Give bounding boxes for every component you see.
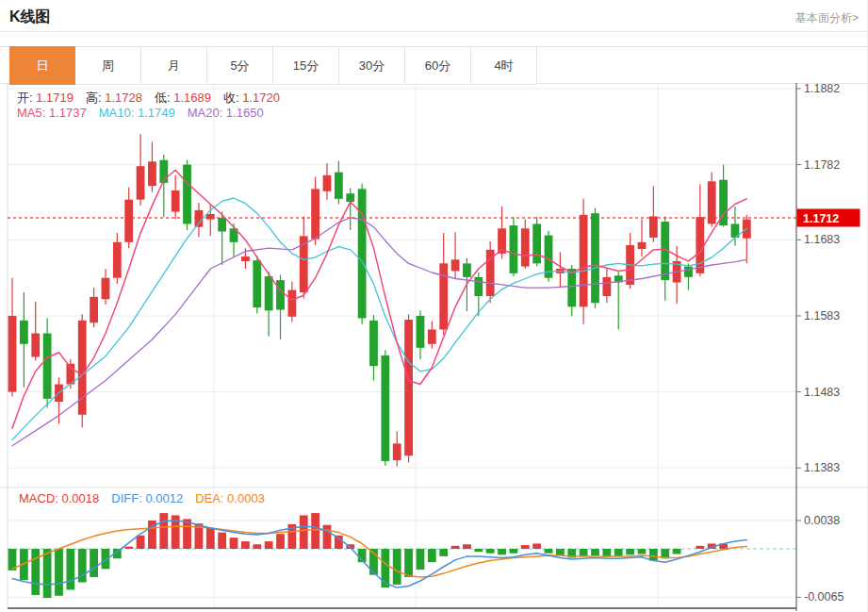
macd-bar (206, 528, 215, 549)
macd-bar (241, 541, 250, 549)
macd-bar (311, 513, 319, 549)
macd-bar (417, 549, 425, 570)
macd-bar (253, 544, 261, 549)
candle-body (358, 189, 367, 318)
legend-item: DIFF: 0.0012 (111, 491, 183, 505)
tab-interval-3[interactable]: 5分 (207, 46, 273, 85)
candle-body (20, 321, 28, 344)
macd-bar (510, 549, 518, 554)
macd-bar (66, 549, 74, 589)
legend-item: 高: 1.1728 (86, 91, 142, 105)
macd-bar (626, 549, 634, 554)
candle-body (346, 193, 354, 202)
candle-body (684, 267, 693, 277)
candle-body (113, 242, 122, 278)
divider (0, 31, 868, 32)
kline-chart-canvas[interactable]: 1.18821.17821.16831.15831.14831.13830.00… (0, 83, 868, 611)
candle-body (183, 165, 191, 224)
candle-body (696, 217, 704, 273)
macd-bar (451, 546, 460, 549)
candle-body (463, 263, 471, 277)
tick-label: 0.0038 (804, 514, 840, 527)
macd-bar (137, 536, 145, 549)
candle-body (451, 259, 460, 271)
candle-body (124, 200, 133, 242)
macd-bar (218, 533, 226, 549)
macd-bar (335, 536, 343, 549)
tick-label: 1.1683 (804, 233, 840, 246)
tab-interval-7[interactable]: 4时 (471, 46, 537, 85)
macd-bar (486, 549, 495, 554)
macd-bar (556, 549, 565, 555)
candle-body (265, 276, 273, 310)
candle-body (195, 210, 204, 227)
tab-interval-4[interactable]: 15分 (273, 46, 339, 85)
candle-body (591, 213, 599, 303)
macd-bar (323, 525, 332, 549)
macd-bar (265, 541, 273, 549)
interval-tabbar: 日周月5分15分30分60分4时 (0, 46, 868, 84)
legend-item: DEA: 0.0003 (195, 491, 265, 505)
candle-body (393, 443, 401, 460)
macd-bar (43, 549, 52, 598)
candle-body (335, 173, 343, 199)
current-price-label: 1.1712 (803, 212, 839, 225)
macd-bar (521, 545, 530, 549)
tick-label: 1.1882 (804, 83, 840, 95)
page-title: K线图 (9, 8, 51, 27)
candle-body (474, 277, 483, 296)
candle-body (287, 290, 296, 317)
candle-body (649, 216, 658, 238)
ohlc-legend: 开: 1.1719高: 1.1728低: 1.1689收: 1.1720 (17, 90, 292, 107)
legend-item: MACD: 0.0018 (19, 491, 99, 505)
candle-body (602, 277, 611, 296)
fundamental-analysis-link[interactable]: 基本面分析> (795, 10, 859, 26)
macd-bar (498, 549, 506, 554)
candle-body (8, 316, 17, 392)
macd-bar (124, 547, 133, 549)
macd-bar (591, 549, 599, 555)
macd-bar (393, 549, 401, 585)
candle-body (311, 189, 319, 239)
candle-body (404, 320, 413, 455)
legend-item: MA10: 1.1749 (99, 106, 175, 120)
candle-body (276, 280, 285, 309)
tab-interval-6[interactable]: 60分 (405, 46, 471, 85)
candle-body (253, 260, 261, 307)
candle-body (439, 263, 448, 329)
macd-legend: MACD: 0.0018DIFF: 0.0012DEA: 0.0003 (19, 491, 277, 505)
candle-body (580, 215, 588, 307)
macd-bar (90, 549, 98, 577)
candle-body (417, 316, 425, 348)
macd-bar (463, 544, 471, 549)
candle-body (638, 242, 647, 249)
macd-bar (439, 549, 448, 556)
candle-body (532, 223, 541, 263)
candle-body (567, 269, 576, 306)
interval-tabs: 日周月5分15分30分60分4时 (9, 46, 537, 85)
macd-bar (300, 515, 308, 549)
tick-label: 1.1483 (804, 386, 840, 399)
tick-label: 1.1583 (804, 309, 840, 323)
candle-body (521, 228, 530, 266)
candle-body (510, 225, 518, 273)
tab-interval-1[interactable]: 周 (75, 46, 141, 85)
tab-interval-2[interactable]: 月 (141, 46, 207, 85)
tab-interval-5[interactable]: 30分 (339, 46, 405, 85)
macd-bar (638, 549, 647, 554)
tab-interval-0[interactable]: 日 (9, 46, 75, 85)
candle-body (428, 329, 436, 343)
macd-bar (614, 549, 623, 556)
kline-widget: K线图 基本面分析> 日周月5分15分30分60分4时 1.18821.1782… (0, 0, 868, 612)
candle-body (369, 321, 378, 366)
macd-bar (696, 546, 704, 549)
tick-label: 1.1782 (804, 158, 840, 172)
candle-body (172, 190, 180, 212)
macd-bar (545, 549, 553, 554)
legend-item: 低: 1.1689 (155, 91, 211, 105)
candle-body (206, 214, 215, 220)
macd-bar (230, 538, 238, 549)
candle-body (708, 181, 716, 223)
tick-label: 1.1383 (804, 461, 840, 474)
legend-item: 开: 1.1719 (17, 91, 74, 105)
